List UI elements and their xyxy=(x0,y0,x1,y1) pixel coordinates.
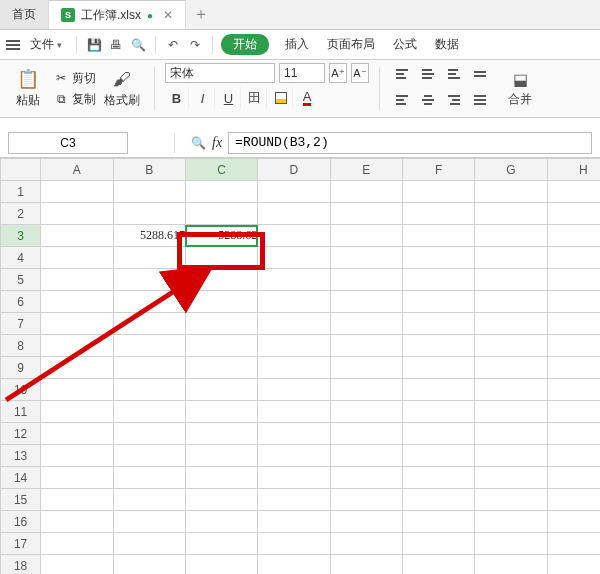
cell-E17[interactable] xyxy=(330,533,402,555)
cell-B3[interactable]: 5288.617 xyxy=(113,225,185,247)
cell-C5[interactable] xyxy=(185,269,257,291)
cell-A11[interactable] xyxy=(41,401,113,423)
cell-D6[interactable] xyxy=(258,291,330,313)
column-header-C[interactable]: C xyxy=(185,159,257,181)
menu-start[interactable]: 开始 xyxy=(221,34,269,55)
cell-F5[interactable] xyxy=(402,269,474,291)
cell-H7[interactable] xyxy=(547,313,600,335)
formula-input[interactable] xyxy=(228,132,592,154)
cell-F12[interactable] xyxy=(402,423,474,445)
cell-H14[interactable] xyxy=(547,467,600,489)
cell-E12[interactable] xyxy=(330,423,402,445)
cell-F17[interactable] xyxy=(402,533,474,555)
cell-E11[interactable] xyxy=(330,401,402,423)
cell-H9[interactable] xyxy=(547,357,600,379)
row-header-2[interactable]: 2 xyxy=(1,203,41,225)
cell-D5[interactable] xyxy=(258,269,330,291)
undo-button[interactable]: ↶ xyxy=(164,36,182,54)
fx-label[interactable]: fx xyxy=(212,135,222,151)
cell-C18[interactable] xyxy=(185,555,257,575)
align-left-button[interactable] xyxy=(390,89,414,111)
cell-A17[interactable] xyxy=(41,533,113,555)
tab-close-button[interactable]: ✕ xyxy=(163,8,173,22)
align-top-button[interactable] xyxy=(390,63,414,85)
cell-F6[interactable] xyxy=(402,291,474,313)
redo-button[interactable]: ↷ xyxy=(186,36,204,54)
column-header-A[interactable]: A xyxy=(41,159,113,181)
row-header-7[interactable]: 7 xyxy=(1,313,41,335)
cell-H17[interactable] xyxy=(547,533,600,555)
cell-C9[interactable] xyxy=(185,357,257,379)
cell-D15[interactable] xyxy=(258,489,330,511)
cell-C10[interactable] xyxy=(185,379,257,401)
cell-D10[interactable] xyxy=(258,379,330,401)
cell-F11[interactable] xyxy=(402,401,474,423)
cell-F8[interactable] xyxy=(402,335,474,357)
cell-A7[interactable] xyxy=(41,313,113,335)
cell-B18[interactable] xyxy=(113,555,185,575)
cell-D8[interactable] xyxy=(258,335,330,357)
row-header-16[interactable]: 16 xyxy=(1,511,41,533)
cell-C16[interactable] xyxy=(185,511,257,533)
underline-button[interactable]: U xyxy=(217,87,241,109)
cell-F14[interactable] xyxy=(402,467,474,489)
cell-H16[interactable] xyxy=(547,511,600,533)
column-header-H[interactable]: H xyxy=(547,159,600,181)
cell-A3[interactable] xyxy=(41,225,113,247)
cell-E8[interactable] xyxy=(330,335,402,357)
cell-B11[interactable] xyxy=(113,401,185,423)
cell-A18[interactable] xyxy=(41,555,113,575)
cell-B12[interactable] xyxy=(113,423,185,445)
cell-F4[interactable] xyxy=(402,247,474,269)
align-middle-button[interactable] xyxy=(416,63,440,85)
menu-insert[interactable]: 插入 xyxy=(285,36,309,53)
row-header-14[interactable]: 14 xyxy=(1,467,41,489)
row-header-8[interactable]: 8 xyxy=(1,335,41,357)
decrease-font-button[interactable]: A⁻ xyxy=(351,63,369,83)
cell-A2[interactable] xyxy=(41,203,113,225)
cell-E5[interactable] xyxy=(330,269,402,291)
cell-F13[interactable] xyxy=(402,445,474,467)
cell-A9[interactable] xyxy=(41,357,113,379)
cell-H2[interactable] xyxy=(547,203,600,225)
cell-A6[interactable] xyxy=(41,291,113,313)
cell-A12[interactable] xyxy=(41,423,113,445)
cell-F2[interactable] xyxy=(402,203,474,225)
cell-H6[interactable] xyxy=(547,291,600,313)
cell-D16[interactable] xyxy=(258,511,330,533)
cell-A10[interactable] xyxy=(41,379,113,401)
cell-B13[interactable] xyxy=(113,445,185,467)
file-menu[interactable]: 文件 ▾ xyxy=(24,34,68,55)
cell-C2[interactable] xyxy=(185,203,257,225)
cell-A8[interactable] xyxy=(41,335,113,357)
cell-D14[interactable] xyxy=(258,467,330,489)
row-header-12[interactable]: 12 xyxy=(1,423,41,445)
column-header-D[interactable]: D xyxy=(258,159,330,181)
cell-E4[interactable] xyxy=(330,247,402,269)
cell-G4[interactable] xyxy=(475,247,547,269)
cell-F16[interactable] xyxy=(402,511,474,533)
cell-B6[interactable] xyxy=(113,291,185,313)
paste-button[interactable]: 📋 粘贴 xyxy=(6,63,50,114)
merge-cells-button[interactable]: ⬓ 合并 xyxy=(500,63,540,114)
cell-C17[interactable] xyxy=(185,533,257,555)
cell-B7[interactable] xyxy=(113,313,185,335)
cell-B17[interactable] xyxy=(113,533,185,555)
cell-G14[interactable] xyxy=(475,467,547,489)
row-header-15[interactable]: 15 xyxy=(1,489,41,511)
cell-G9[interactable] xyxy=(475,357,547,379)
cell-G15[interactable] xyxy=(475,489,547,511)
cell-A4[interactable] xyxy=(41,247,113,269)
cell-G11[interactable] xyxy=(475,401,547,423)
align-right-button[interactable] xyxy=(442,89,466,111)
font-color-button[interactable]: A xyxy=(295,87,319,109)
column-header-G[interactable]: G xyxy=(475,159,547,181)
cell-B1[interactable] xyxy=(113,181,185,203)
cell-H3[interactable] xyxy=(547,225,600,247)
cell-E10[interactable] xyxy=(330,379,402,401)
cell-H15[interactable] xyxy=(547,489,600,511)
cell-B15[interactable] xyxy=(113,489,185,511)
align-center-button[interactable] xyxy=(416,89,440,111)
cell-B5[interactable] xyxy=(113,269,185,291)
cell-A1[interactable] xyxy=(41,181,113,203)
